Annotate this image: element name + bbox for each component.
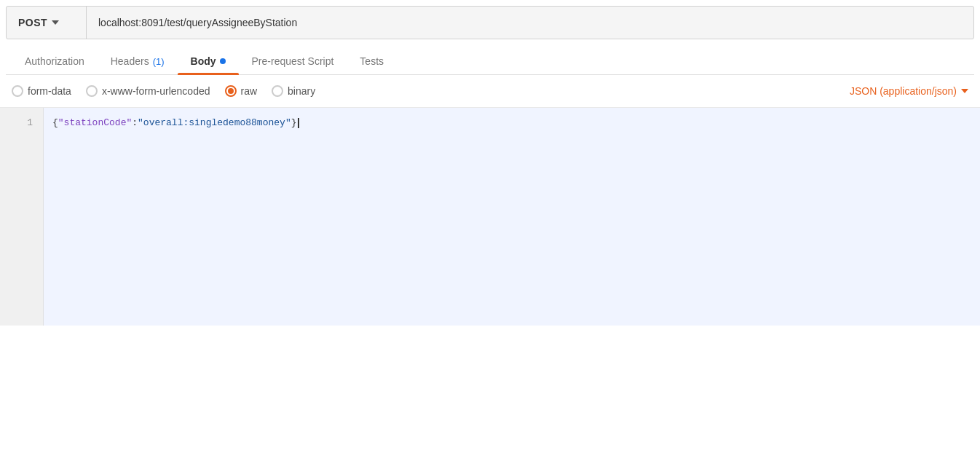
- code-content[interactable]: {"stationCode":"overall:singledemo88mone…: [44, 108, 980, 326]
- method-label: POST: [18, 17, 47, 28]
- tab-pre-request-script[interactable]: Pre-request Script: [239, 48, 347, 74]
- radio-binary[interactable]: binary: [272, 85, 315, 97]
- url-input[interactable]: [87, 17, 973, 28]
- body-type-bar: form-data x-www-form-urlencoded raw bina…: [0, 75, 980, 107]
- line-number-1: 1: [0, 115, 43, 131]
- radio-circle-binary: [272, 85, 283, 97]
- method-chevron-icon: [52, 20, 59, 25]
- url-bar: POST: [6, 6, 974, 39]
- code-line-1: {"stationCode":"overall:singledemo88mone…: [52, 115, 971, 131]
- code-editor: 1 {"stationCode":"overall:singledemo88mo…: [0, 107, 980, 326]
- radio-circle-x-www: [86, 85, 98, 97]
- radio-circle-raw: [225, 85, 237, 97]
- tab-headers[interactable]: Headers (1): [98, 48, 178, 74]
- json-type-chevron-icon: [961, 89, 968, 93]
- tabs-bar: Authorization Headers (1) Body Pre-reque…: [6, 48, 974, 75]
- tab-body[interactable]: Body: [178, 48, 239, 74]
- method-selector[interactable]: POST: [7, 7, 87, 39]
- brace-close: }: [291, 116, 297, 131]
- json-value: "overall:singledemo88money": [138, 116, 291, 131]
- line-numbers: 1: [0, 108, 44, 326]
- brace-open: {: [52, 116, 58, 131]
- tab-tests[interactable]: Tests: [347, 48, 397, 74]
- radio-circle-form-data: [12, 85, 23, 97]
- radio-raw[interactable]: raw: [225, 85, 258, 97]
- tab-authorization[interactable]: Authorization: [12, 48, 98, 74]
- cursor: [298, 118, 299, 128]
- radio-x-www-form-urlencoded[interactable]: x-www-form-urlencoded: [86, 85, 210, 97]
- headers-badge: (1): [153, 56, 165, 67]
- radio-form-data[interactable]: form-data: [12, 85, 71, 97]
- json-key: "stationCode": [58, 116, 132, 131]
- json-colon: :: [132, 116, 138, 131]
- json-type-label: JSON (application/json): [850, 85, 957, 97]
- json-type-selector[interactable]: JSON (application/json): [850, 85, 968, 97]
- body-dot-icon: [220, 58, 226, 64]
